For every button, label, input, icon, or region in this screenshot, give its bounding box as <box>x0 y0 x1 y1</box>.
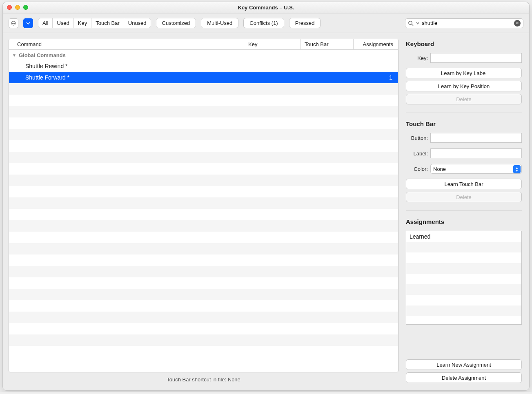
command-list-pane: Command Key Touch Bar Assignments ▼ Glob… <box>9 39 398 385</box>
disclosure-triangle-icon[interactable]: ▼ <box>12 53 16 58</box>
th-key[interactable]: Key <box>244 39 300 49</box>
table-row[interactable]: Shuttle Rewind * <box>9 60 398 72</box>
toolbar: All Used Key Touch Bar Unused Customized… <box>3 13 529 33</box>
minimize-icon[interactable] <box>15 5 20 10</box>
svg-point-1 <box>12 23 13 24</box>
svg-point-2 <box>13 23 14 24</box>
delete-touch-bar-button: Delete <box>406 192 522 202</box>
main-content: Command Key Touch Bar Assignments ▼ Glob… <box>3 33 529 390</box>
touchbar-section-title: Touch Bar <box>406 120 522 127</box>
keyboard-section-title: Keyboard <box>406 40 522 47</box>
search-field[interactable]: ✕ <box>405 18 523 28</box>
customized-button[interactable]: Customized <box>156 18 196 28</box>
svg-line-5 <box>412 24 413 26</box>
titlebar: Key Commands – U.S. <box>3 2 529 13</box>
table-header: Command Key Touch Bar Assignments <box>9 39 398 50</box>
assignment-item[interactable]: Learned <box>406 231 521 242</box>
learn-by-key-label-button[interactable]: Learn by Key Label <box>406 68 522 78</box>
table-row[interactable]: Shuttle Forward * 1 <box>9 72 398 83</box>
chevron-down-icon <box>416 22 419 25</box>
empty-rows <box>9 83 398 357</box>
zoom-icon[interactable] <box>23 5 28 10</box>
delete-assignment-button[interactable]: Delete Assignment <box>406 372 522 383</box>
select-arrows-icon: ▲▼ <box>513 165 521 173</box>
color-value: None <box>433 166 446 172</box>
multi-used-button[interactable]: Multi-Used <box>201 18 238 28</box>
th-assignments[interactable]: Assignments <box>353 39 398 49</box>
touchbar-button-field[interactable] <box>430 133 522 143</box>
close-icon[interactable] <box>7 5 12 10</box>
key-commands-window: Key Commands – U.S. All Used Key Touch B… <box>2 2 530 391</box>
command-table[interactable]: Command Key Touch Bar Assignments ▼ Glob… <box>9 39 398 372</box>
learn-by-key-position-button[interactable]: Learn by Key Position <box>406 81 522 91</box>
clear-search-icon[interactable]: ✕ <box>514 20 521 27</box>
filter-touch-bar[interactable]: Touch Bar <box>91 18 124 28</box>
cell-command: Shuttle Rewind * <box>9 63 244 69</box>
pressed-button[interactable]: Pressed <box>289 18 321 28</box>
label-label: Label: <box>406 151 428 157</box>
status-text: Touch Bar shortcut in file: None <box>9 374 398 385</box>
key-field[interactable] <box>430 53 522 63</box>
svg-point-3 <box>14 23 15 24</box>
window-title: Key Commands – U.S. <box>238 4 294 11</box>
group-label: Global Commands <box>19 52 66 58</box>
options-menu-button[interactable] <box>9 18 18 28</box>
filter-segment: All Used Key Touch Bar Unused <box>38 18 151 28</box>
filter-all[interactable]: All <box>38 18 52 28</box>
window-controls <box>7 5 28 10</box>
delete-key-button: Delete <box>406 94 522 104</box>
dropdown-toggle[interactable] <box>23 18 33 28</box>
touchbar-label-field[interactable] <box>430 148 522 158</box>
cell-command: Shuttle Forward * <box>9 74 244 81</box>
group-row[interactable]: ▼ Global Commands <box>9 50 398 60</box>
color-select[interactable]: None ▲▼ <box>430 164 522 174</box>
color-label: Color: <box>406 166 428 172</box>
conflicts-button[interactable]: Conflicts (1) <box>243 18 284 28</box>
button-label: Button: <box>406 135 428 141</box>
learn-new-assignment-button[interactable]: Learn New Assignment <box>406 359 522 370</box>
cell-assign: 1 <box>353 74 398 81</box>
filter-used[interactable]: Used <box>52 18 73 28</box>
assignments-section-title: Assignments <box>406 218 522 225</box>
svg-point-4 <box>409 21 412 24</box>
learn-touch-bar-button[interactable]: Learn Touch Bar <box>406 179 522 189</box>
search-input[interactable] <box>422 20 512 26</box>
filter-unused[interactable]: Unused <box>124 18 151 28</box>
th-touch-bar[interactable]: Touch Bar <box>300 39 353 49</box>
filter-key[interactable]: Key <box>73 18 91 28</box>
assignments-list[interactable]: Learned <box>406 231 522 325</box>
inspector-panel: Keyboard Key: Learn by Key Label Learn b… <box>404 39 523 385</box>
ellipsis-icon <box>11 21 16 26</box>
chevron-down-icon <box>26 21 30 25</box>
key-label: Key: <box>406 55 428 61</box>
search-icon <box>408 20 414 26</box>
th-command[interactable]: Command <box>9 39 244 49</box>
